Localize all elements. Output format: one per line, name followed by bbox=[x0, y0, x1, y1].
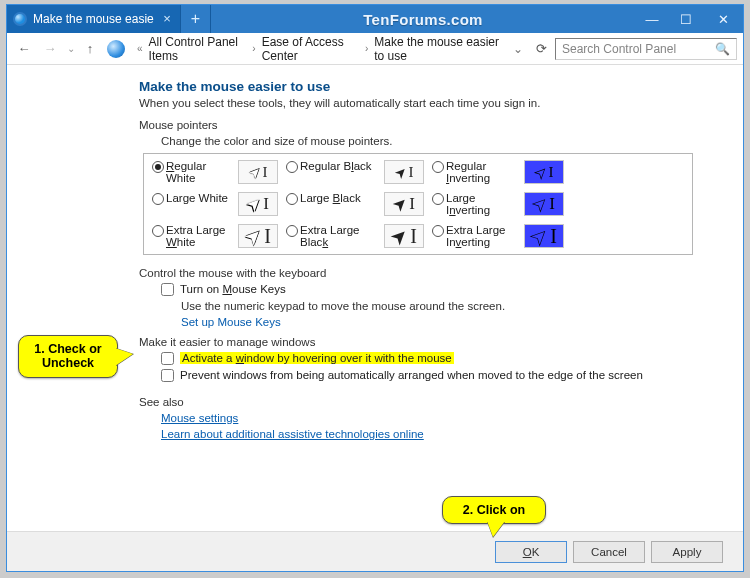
pointer-option-label[interactable]: RegularInverting bbox=[446, 160, 524, 184]
mouse-keys-checkbox[interactable] bbox=[161, 283, 174, 296]
address-bar: ← → ⌄ ↑ « All Control Panel Items › Ease… bbox=[7, 33, 743, 65]
crumb-mouse-easier[interactable]: Make the mouse easier to use bbox=[372, 35, 505, 63]
nav-up-button[interactable]: ↑ bbox=[81, 41, 99, 56]
pointer-option-label[interactable]: Extra LargeBlack bbox=[300, 224, 384, 248]
window-controls: — ☐ ✕ bbox=[635, 5, 743, 33]
page-title: Make the mouse easier to use bbox=[139, 79, 693, 94]
pointer-preview: ➤I bbox=[384, 192, 424, 216]
pointer-radio[interactable] bbox=[152, 193, 164, 205]
refresh-button[interactable]: ⟳ bbox=[531, 41, 551, 56]
pointer-preview: ➤I bbox=[238, 224, 278, 248]
mouse-keys-description: Use the numeric keypad to move the mouse… bbox=[181, 300, 693, 312]
callout-click-on: 2. Click on bbox=[442, 496, 546, 524]
chevron-icon: › bbox=[248, 43, 259, 54]
crumb-all-items[interactable]: All Control Panel Items bbox=[147, 35, 249, 63]
apply-button[interactable]: Apply bbox=[651, 541, 723, 563]
search-icon: 🔍 bbox=[715, 42, 730, 56]
checkbox-mouse-keys[interactable]: Turn on Mouse Keys bbox=[161, 283, 693, 296]
maximize-button[interactable]: ☐ bbox=[669, 5, 703, 33]
pointer-options-box: RegularWhite➤IRegular Black➤IRegularInve… bbox=[143, 153, 693, 255]
nav-forward-button[interactable]: → bbox=[39, 38, 61, 60]
window-root: Make the mouse easie × + TenForums.com —… bbox=[6, 4, 744, 572]
pointer-preview: ➤I bbox=[384, 224, 424, 248]
pointer-option-label[interactable]: Extra LargeInverting bbox=[446, 224, 524, 248]
pointer-option-label[interactable]: Extra LargeWhite bbox=[166, 224, 238, 248]
activate-hover-label: Activate a window by hovering over it wi… bbox=[180, 352, 454, 364]
setup-mouse-keys-link[interactable]: Set up Mouse Keys bbox=[181, 316, 693, 328]
pointer-option-label[interactable]: Large Black bbox=[300, 192, 384, 204]
mouse-keys-label: Turn on Mouse Keys bbox=[180, 283, 286, 295]
pointer-option-label[interactable]: RegularWhite bbox=[166, 160, 238, 184]
ok-button[interactable]: OK bbox=[495, 541, 567, 563]
pointer-radio[interactable] bbox=[432, 225, 444, 237]
assistive-tech-link[interactable]: Learn about additional assistive technol… bbox=[161, 428, 693, 440]
pointer-preview: ➤I bbox=[524, 160, 564, 184]
page-subtitle: When you select these tools, they will a… bbox=[139, 97, 693, 109]
section-mouse-pointers: Mouse pointers bbox=[139, 119, 693, 131]
pointer-preview: ➤I bbox=[524, 192, 564, 216]
pointer-option-label[interactable]: LargeInverting bbox=[446, 192, 524, 216]
crumb-ease-of-access[interactable]: Ease of Access Center bbox=[260, 35, 361, 63]
prevent-arrange-checkbox[interactable] bbox=[161, 369, 174, 382]
pointer-preview: ➤I bbox=[238, 160, 278, 184]
callout-check-uncheck: 1. Check or Uncheck bbox=[18, 335, 118, 378]
pointer-radio[interactable] bbox=[152, 225, 164, 237]
section-keyboard-mouse: Control the mouse with the keyboard bbox=[139, 267, 693, 279]
tab-close-icon[interactable]: × bbox=[160, 12, 174, 26]
search-placeholder: Search Control Panel bbox=[562, 42, 676, 56]
pointer-radio[interactable] bbox=[152, 161, 164, 173]
pointer-radio[interactable] bbox=[432, 161, 444, 173]
control-panel-icon bbox=[107, 40, 125, 58]
content: Make the mouse easier to use When you se… bbox=[7, 65, 743, 531]
prevent-arrange-label: Prevent windows from being automatically… bbox=[180, 369, 643, 381]
tab-title: Make the mouse easie bbox=[33, 12, 154, 26]
tab-favicon bbox=[13, 12, 27, 26]
activate-hover-checkbox[interactable] bbox=[161, 352, 174, 365]
address-dropdown[interactable]: ⌄ bbox=[509, 42, 527, 56]
section-manage-windows: Make it easier to manage windows bbox=[139, 336, 693, 348]
chevron-icon: › bbox=[361, 43, 372, 54]
callout-tail-icon bbox=[115, 348, 133, 366]
pointer-radio[interactable] bbox=[286, 193, 298, 205]
pointer-preview: ➤I bbox=[238, 192, 278, 216]
titlebar: Make the mouse easie × + TenForums.com —… bbox=[7, 5, 743, 33]
new-tab-button[interactable]: + bbox=[181, 5, 211, 33]
checkbox-activate-hover[interactable]: Activate a window by hovering over it wi… bbox=[161, 352, 693, 365]
nav-history-dropdown[interactable]: ⌄ bbox=[65, 43, 77, 54]
checkbox-prevent-arrange[interactable]: Prevent windows from being automatically… bbox=[161, 369, 693, 382]
callout-2-text: 2. Click on bbox=[463, 503, 526, 517]
pointer-radio[interactable] bbox=[432, 193, 444, 205]
search-input[interactable]: Search Control Panel 🔍 bbox=[555, 38, 737, 60]
callout-1-text: 1. Check or Uncheck bbox=[34, 342, 101, 370]
footer-button-bar: OK Cancel Apply bbox=[7, 531, 743, 571]
see-also-label: See also bbox=[139, 396, 693, 408]
pointer-option-label[interactable]: Large White bbox=[166, 192, 238, 204]
pointer-radio[interactable] bbox=[286, 161, 298, 173]
breadcrumb[interactable]: « All Control Panel Items › Ease of Acce… bbox=[133, 35, 505, 63]
cancel-button[interactable]: Cancel bbox=[573, 541, 645, 563]
minimize-button[interactable]: — bbox=[635, 5, 669, 33]
pointer-radio[interactable] bbox=[286, 225, 298, 237]
mouse-settings-link[interactable]: Mouse settings bbox=[161, 412, 693, 424]
nav-back-button[interactable]: ← bbox=[13, 38, 35, 60]
pointers-subtitle: Change the color and size of mouse point… bbox=[161, 135, 693, 147]
browser-tab[interactable]: Make the mouse easie × bbox=[7, 5, 181, 33]
watermark: TenForums.com bbox=[211, 5, 635, 33]
chevron-icon: « bbox=[133, 43, 147, 54]
pointer-preview: ➤I bbox=[524, 224, 564, 248]
close-button[interactable]: ✕ bbox=[703, 5, 743, 33]
pointer-option-label[interactable]: Regular Black bbox=[300, 160, 384, 172]
callout-tail-icon bbox=[487, 521, 505, 537]
pointer-preview: ➤I bbox=[384, 160, 424, 184]
